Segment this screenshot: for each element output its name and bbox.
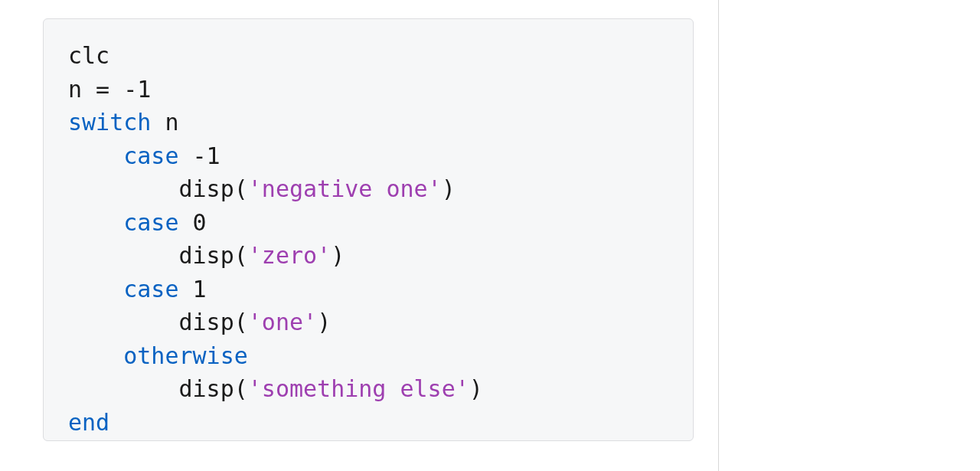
string-literal: 'zero': [248, 242, 331, 269]
code-text: -1: [179, 142, 220, 169]
indent: [68, 175, 179, 202]
code-line-6: case 0: [68, 209, 207, 236]
indent: [68, 375, 179, 402]
code-line-10: otherwise: [68, 342, 248, 369]
code-line-3: switch n: [68, 109, 179, 136]
code-text: 1: [179, 276, 207, 303]
code-number: 1: [137, 76, 151, 103]
code-text: n = -: [68, 76, 137, 103]
code-text: disp(: [179, 375, 248, 402]
keyword-case: case: [123, 142, 178, 169]
code-line-2: n = -1: [68, 76, 151, 103]
code-line-8: case 1: [68, 276, 207, 303]
indent: [68, 309, 179, 335]
keyword-case: case: [123, 276, 178, 303]
code-text: disp(: [179, 242, 248, 269]
code-line-1: clc: [68, 42, 109, 69]
keyword-case: case: [123, 209, 178, 236]
string-literal: 'something else': [248, 375, 469, 402]
code-line-12: end: [68, 409, 109, 436]
code-line-11: disp('something else'): [68, 375, 483, 402]
code-line-9: disp('one'): [68, 309, 331, 335]
code-line-7: disp('zero'): [68, 242, 345, 269]
code-block: clc n = -1 switch n case -1 disp('negati…: [43, 18, 694, 441]
code-line-4: case -1: [68, 142, 220, 169]
indent: [68, 276, 123, 303]
indent: [68, 209, 123, 236]
string-literal: 'one': [248, 309, 317, 335]
vertical-divider: [718, 0, 719, 471]
code-text: ): [442, 175, 456, 202]
code-text: n: [151, 109, 178, 136]
code-text: ): [317, 309, 331, 335]
code-text: ): [331, 242, 345, 269]
code-line-5: disp('negative one'): [68, 175, 456, 202]
indent: [68, 242, 179, 269]
code-text: disp(: [179, 175, 248, 202]
keyword-end: end: [68, 409, 109, 436]
indent: [68, 342, 123, 369]
code-text: disp(: [179, 309, 248, 335]
string-literal: 'negative one': [248, 175, 442, 202]
keyword-otherwise: otherwise: [123, 342, 248, 369]
indent: [68, 142, 123, 169]
code-text: 0: [179, 209, 207, 236]
keyword-switch: switch: [68, 109, 151, 136]
code-text: ): [469, 375, 483, 402]
